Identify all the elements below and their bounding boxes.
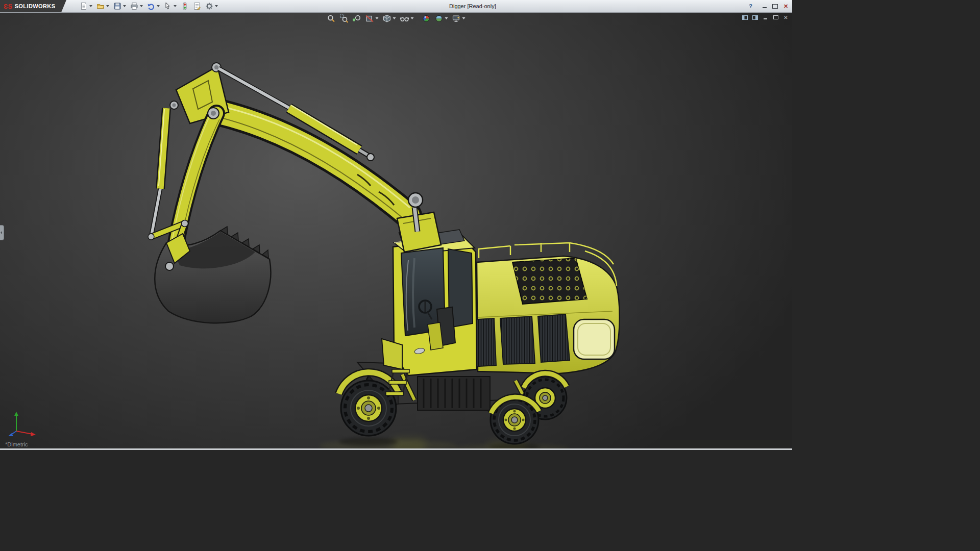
save-button[interactable] (112, 1, 128, 11)
section-view-button[interactable] (364, 14, 380, 23)
title-bar: ƐS SOLIDWORKS (0, 0, 792, 13)
new-document-button[interactable] (78, 1, 94, 11)
zoom-to-area-icon (340, 14, 349, 23)
document-close-button[interactable]: ✕ (781, 14, 790, 21)
previous-view-icon (353, 14, 361, 23)
dropdown-caret[interactable] (445, 17, 448, 19)
minimize-icon (764, 18, 767, 19)
excavator-model[interactable] (0, 12, 792, 448)
dropdown-caret[interactable] (89, 5, 92, 7)
open-button[interactable] (95, 1, 111, 11)
dropdown-caret[interactable] (215, 5, 218, 7)
engine-housing[interactable] (460, 243, 620, 373)
zoom-to-fit-icon (327, 14, 336, 23)
scene-globe-icon (435, 14, 444, 23)
rebuild-button[interactable] (179, 1, 190, 11)
previous-view-button[interactable] (351, 14, 363, 23)
document-restore-button[interactable] (771, 14, 780, 21)
rear-panel[interactable] (574, 319, 615, 359)
heads-up-view-toolbar (325, 14, 468, 23)
display-style-button[interactable] (381, 14, 398, 23)
top-vent-panel[interactable] (512, 258, 587, 304)
view-settings-button[interactable] (451, 14, 467, 23)
appearance-ball-icon (422, 14, 431, 23)
maximize-button[interactable] (770, 2, 780, 11)
brand-notch (61, 0, 66, 12)
display-style-cube-icon (383, 14, 391, 23)
undo-button[interactable] (145, 1, 161, 11)
y-axis (14, 412, 18, 431)
restore-icon (773, 15, 778, 19)
zoom-to-area-button[interactable] (338, 14, 350, 23)
dropdown-caret[interactable] (174, 5, 177, 7)
hide-show-items-button[interactable] (399, 14, 415, 23)
wheel-front-left[interactable] (341, 381, 396, 436)
bucket-cylinder[interactable] (152, 108, 166, 235)
edit-appearance-button[interactable] (421, 14, 432, 23)
options-button[interactable] (204, 1, 219, 11)
dropdown-caret[interactable] (140, 5, 143, 7)
file-properties-icon (193, 2, 201, 10)
window-title: Digger [Read-only] (449, 0, 496, 12)
minimize-icon (763, 7, 767, 8)
print-button[interactable] (129, 1, 144, 11)
dropdown-caret[interactable] (462, 17, 465, 19)
section-view-icon (365, 14, 374, 23)
file-properties-button[interactable] (191, 1, 203, 11)
document-minimize-button[interactable] (761, 14, 770, 21)
x-axis (16, 431, 36, 436)
brand-text: SOLIDWORKS (15, 3, 56, 9)
open-folder-icon (96, 2, 105, 10)
dropdown-caret[interactable] (376, 17, 379, 19)
help-button[interactable]: ? (746, 2, 755, 11)
dropdown-caret[interactable] (123, 5, 126, 7)
select-button[interactable] (162, 1, 178, 11)
save-disk-icon (113, 2, 121, 10)
undo-arrow-icon (147, 2, 155, 10)
view-orientation-label: *Dimetric (5, 441, 28, 447)
printer-icon (130, 2, 138, 10)
view-settings-icon (452, 14, 461, 23)
dropdown-caret[interactable] (157, 5, 160, 7)
bucket[interactable] (155, 227, 271, 323)
rebuild-stoplight-icon (181, 2, 189, 10)
z-axis (8, 431, 16, 436)
select-cursor-icon (164, 2, 172, 10)
eyeglasses-icon (400, 14, 409, 23)
graphics-viewport[interactable]: ✕ (0, 12, 792, 448)
dropdown-caret[interactable] (106, 5, 109, 7)
ground-reflections (319, 438, 569, 448)
solidworks-logo: ƐS SOLIDWORKS (0, 0, 61, 12)
apply-scene-button[interactable] (433, 14, 450, 23)
cab[interactable] (382, 229, 477, 375)
solidworks-logo-icon: ƐS (4, 3, 13, 10)
dropdown-caret[interactable] (393, 17, 396, 19)
pane-split-right-icon (752, 15, 758, 20)
maximize-icon (772, 4, 778, 9)
pane-split-left-button[interactable] (741, 14, 749, 21)
standard-toolbar (78, 1, 220, 11)
close-button[interactable]: ✕ (781, 2, 791, 11)
bottom-edge-strip (0, 448, 792, 450)
titlebar-controls: ? ✕ (746, 0, 791, 12)
pane-split-right-button[interactable] (751, 14, 760, 21)
gear-icon (205, 2, 213, 10)
zoom-to-fit-button[interactable] (326, 14, 337, 23)
new-document-icon (80, 2, 88, 10)
minimize-button[interactable] (760, 2, 769, 11)
pane-split-left-icon (742, 15, 748, 20)
reference-triad (6, 410, 39, 437)
dropdown-caret[interactable] (411, 17, 414, 19)
document-window-controls: ✕ (741, 14, 790, 21)
